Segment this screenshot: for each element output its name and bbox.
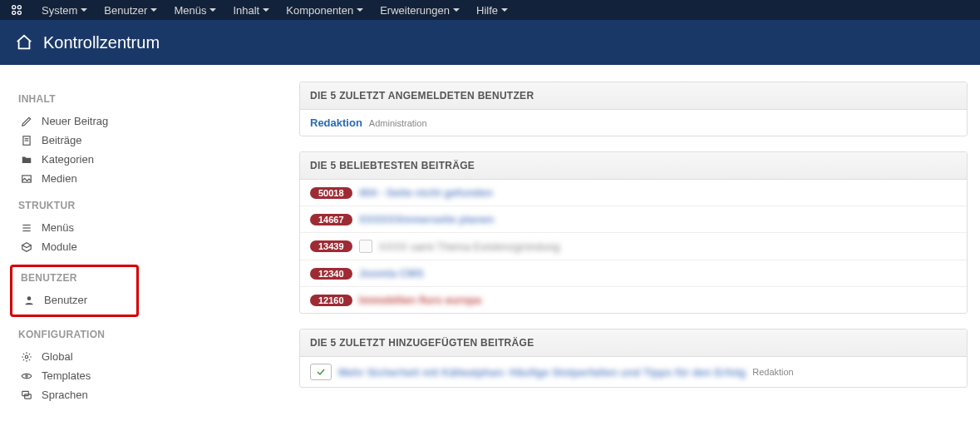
file-icon [18, 135, 35, 146]
gear-icon [18, 351, 35, 363]
svg-point-13 [26, 374, 27, 376]
recent-title-blurred: Mehr Sicherheit mit Kältealphan: Häufige… [338, 366, 746, 379]
logged-user-name[interactable]: Redaktion [310, 116, 362, 129]
publish-check-button[interactable] [310, 364, 332, 380]
svg-point-2 [12, 11, 16, 14]
popular-title-blurred: XXXX samt Thema Existenzgründung [379, 240, 560, 253]
popular-title-blurred: 404 - Seite nicht gefunden [359, 186, 493, 199]
recent-row-0[interactable]: Mehr Sicherheit mit Kältealphan: Häufige… [300, 357, 967, 387]
panel-heading-popular: DIE 5 BELIEBTESTEN BEITRÄGE [300, 152, 967, 180]
sidebar-heading-struktur: STRUKTUR [18, 200, 299, 211]
user-icon [21, 295, 37, 306]
topnav-hilfe[interactable]: Hilfe [468, 0, 516, 20]
popular-row-3[interactable]: 12340 Joomla CMS [300, 260, 967, 287]
sidebar-item-beitraege[interactable]: Beiträge [18, 131, 299, 150]
recent-author: Redaktion [752, 367, 794, 377]
home-icon [15, 33, 33, 52]
hit-count-badge: 12340 [310, 268, 352, 280]
page-header: Kontrollzentrum [0, 20, 980, 65]
topnav-komponenten[interactable]: Komponenten [278, 0, 372, 20]
popular-row-4[interactable]: 12160 Immobilien flurs europa [300, 287, 967, 313]
popular-title-blurred: Joomla CMS [359, 267, 424, 280]
logged-user-row[interactable]: Redaktion Administration [300, 110, 967, 136]
panel-popular-articles: DIE 5 BELIEBTESTEN BEITRÄGE 50018 404 - … [299, 151, 968, 314]
sidebar-item-global[interactable]: Global [18, 347, 299, 366]
topnav-menus[interactable]: Menüs [165, 0, 224, 20]
svg-point-3 [17, 11, 21, 14]
topnav-inhalt[interactable]: Inhalt [224, 0, 278, 20]
hit-count-badge: 50018 [310, 187, 352, 199]
popular-row-2[interactable]: 13439 XXXX samt Thema Existenzgründung [300, 233, 967, 260]
chat-icon [18, 389, 35, 401]
sidebar-item-medien[interactable]: Medien [18, 169, 299, 188]
svg-point-1 [17, 6, 21, 9]
topnav-erweiterungen[interactable]: Erweiterungen [372, 0, 468, 20]
sidebar-item-kategorien[interactable]: Kategorien [18, 150, 299, 169]
sidebar-item-menus[interactable]: Menüs [18, 218, 299, 237]
pencil-icon [18, 116, 35, 127]
sidebar-item-module[interactable]: Module [18, 237, 299, 256]
panel-heading-recent: DIE 5 ZULETZT HINZUGEFÜGTEN BEITRÄGE [300, 329, 967, 357]
sidebar-heading-inhalt: INHALT [18, 93, 299, 105]
sidebar-item-templates[interactable]: Templates [18, 366, 299, 385]
main-content: DIE 5 ZULETZT ANGEMELDETEN BENUTZER Reda… [299, 65, 980, 429]
topnav-benutzer[interactable]: Benutzer [96, 0, 165, 20]
popular-title-blurred: XXXXXXmmerseite planen [359, 213, 495, 225]
panel-recent-articles: DIE 5 ZULETZT HINZUGEFÜGTEN BEITRÄGE Meh… [299, 329, 968, 388]
sidebar-heading-benutzer: BENUTZER [21, 272, 136, 284]
svg-point-11 [27, 296, 32, 300]
hit-count-badge: 14667 [310, 214, 352, 225]
joomla-logo-icon[interactable] [8, 2, 25, 18]
topnav-system[interactable]: System [33, 0, 96, 20]
page-title: Kontrollzentrum [43, 33, 160, 52]
sidebar-heading-konfiguration: KONFIGURATION [18, 329, 299, 340]
highlight-benutzer-section: BENUTZER Benutzer [10, 265, 139, 317]
svg-rect-15 [25, 394, 32, 398]
popular-title-blurred: Immobilien flurs europa [359, 294, 481, 306]
panel-logged-users: DIE 5 ZULETZT ANGEMELDETEN BENUTZER Reda… [299, 82, 968, 136]
popular-row-1[interactable]: 14667 XXXXXXmmerseite planen [300, 206, 967, 233]
top-navbar: System Benutzer Menüs Inhalt Komponenten… [0, 0, 980, 20]
panel-heading-logged: DIE 5 ZULETZT ANGEMELDETEN BENUTZER [300, 82, 967, 110]
cube-icon [18, 241, 35, 253]
checkbox-icon[interactable] [359, 240, 372, 253]
sidebar-item-sprachen[interactable]: Sprachen [18, 385, 299, 404]
eye-icon [18, 370, 35, 382]
svg-rect-14 [22, 391, 29, 395]
sidebar-item-benutzer[interactable]: Benutzer [21, 290, 136, 310]
sidebar: INHALT Neuer Beitrag Beiträge Kategorien… [0, 65, 299, 429]
logged-user-location: Administration [369, 118, 427, 128]
svg-point-12 [25, 355, 28, 359]
hit-count-badge: 12160 [310, 295, 352, 306]
folder-icon [18, 154, 35, 166]
svg-point-0 [12, 6, 16, 9]
image-icon [18, 173, 35, 185]
list-icon [18, 222, 35, 234]
hit-count-badge: 13439 [310, 240, 352, 252]
sidebar-item-neuer-beitrag[interactable]: Neuer Beitrag [18, 111, 299, 131]
popular-row-0[interactable]: 50018 404 - Seite nicht gefunden [300, 180, 967, 206]
